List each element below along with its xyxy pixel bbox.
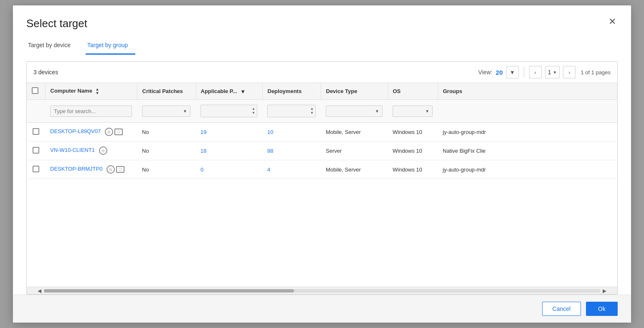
divider: [524, 67, 524, 77]
filter-deployments-spin-arrows[interactable]: ▲ ▼: [310, 107, 314, 115]
row1-device-type: Mobile, Server: [321, 123, 388, 141]
view-dropdown-btn[interactable]: ▼: [506, 66, 519, 78]
row1-checkbox-cell: [27, 123, 45, 141]
th-applicable-patches[interactable]: Applicable P... ▼: [195, 83, 262, 100]
table-toolbar: 3 devices View: 20 ▼ ‹ 1 ▼ › 1 of 1 page…: [27, 62, 617, 83]
scrollbar-track[interactable]: [44, 289, 600, 293]
table-container: 3 devices View: 20 ▼ ‹ 1 ▼ › 1 of 1 page…: [26, 61, 618, 295]
row3-device-type: Mobile, Server: [321, 160, 388, 179]
row1-os: Windows 10: [388, 123, 438, 141]
row1-groups: jy-auto-group-mdr: [438, 123, 617, 141]
data-table: Computer Name ▲ ▼ Critical Patches: [27, 83, 617, 179]
filter-groups: [438, 100, 617, 123]
th-groups: Groups: [438, 83, 617, 100]
row1-monitor-icon: ☐: [114, 129, 123, 135]
row2-circle-icon: ◎: [99, 146, 107, 155]
row3-computer-link[interactable]: DESKTOP-BRMJTP0: [50, 166, 102, 172]
th-os: OS: [388, 83, 438, 100]
row1-critical-patches: No: [137, 123, 195, 141]
filter-deployments[interactable]: ▲ ▼: [262, 100, 321, 123]
row2-device-type: Server: [321, 141, 388, 160]
th-deployments: Deployments: [262, 83, 321, 100]
close-button[interactable]: ✕: [607, 17, 618, 26]
modal-title: Select target: [26, 17, 87, 30]
row3-groups: jy-auto-group-mdr: [438, 160, 617, 179]
tab-group[interactable]: Target by group: [86, 38, 135, 55]
row1-device-icons: ◎ ☐: [105, 128, 123, 136]
th-device-type: Device Type: [321, 83, 388, 100]
search-input[interactable]: [50, 106, 132, 117]
table-scroll-area: Computer Name ▲ ▼ Critical Patches: [27, 83, 617, 287]
modal-overlay: Select target ✕ Target by device Target …: [0, 0, 644, 328]
scroll-right-arrow[interactable]: ▶: [600, 288, 609, 294]
row2-checkbox-cell: [27, 141, 45, 160]
filter-applicable-spin-arrows[interactable]: ▲ ▼: [252, 107, 255, 115]
row2-deployments: 88: [262, 141, 321, 160]
row1-deployments: 10: [262, 123, 321, 141]
row3-deployments: 4: [262, 160, 321, 179]
page-info: 1 of 1 pages: [581, 69, 611, 76]
view-label: View:: [478, 69, 492, 76]
spin-up-dep[interactable]: ▲: [310, 107, 314, 111]
filter-device-type[interactable]: ▼: [321, 100, 388, 123]
spin-up[interactable]: ▲: [252, 107, 255, 111]
prev-page-btn[interactable]: ‹: [529, 66, 542, 78]
view-value: 20: [496, 69, 503, 76]
horizontal-scrollbar[interactable]: ◀ ▶: [27, 287, 617, 294]
row2-checkbox[interactable]: [33, 147, 39, 154]
spin-down-dep[interactable]: ▼: [310, 111, 314, 115]
table-row: DESKTOP-L89QV07 ◎ ☐ No 19: [27, 123, 617, 141]
row2-device-icons: ◎: [99, 146, 107, 155]
filter-os-select-wrap: ▼: [393, 106, 433, 117]
tabs-bar: Target by device Target by group: [13, 30, 631, 55]
row2-computer-name: VN-W10-CLIENT1 ◎: [45, 141, 137, 160]
spin-down[interactable]: ▼: [252, 111, 255, 115]
row3-checkbox-cell: [27, 160, 45, 179]
th-critical-patches: Critical Patches: [137, 83, 195, 100]
filter-devicetype-select[interactable]: [326, 106, 383, 117]
scroll-left-arrow[interactable]: ◀: [35, 288, 44, 294]
row3-critical-patches: No: [137, 160, 195, 179]
device-count: 3 devices: [33, 69, 58, 76]
ok-button[interactable]: Ok: [586, 302, 618, 316]
row3-os: Windows 10: [388, 160, 438, 179]
filter-deployments-spinbox: ▲ ▼: [267, 105, 316, 117]
cancel-button[interactable]: Cancel: [542, 302, 581, 316]
next-page-btn[interactable]: ›: [563, 66, 576, 78]
row3-computer-name: DESKTOP-BRMJTP0 ◎ ☐: [45, 160, 137, 179]
th-computer-name[interactable]: Computer Name ▲ ▼: [45, 83, 137, 100]
tab-device[interactable]: Target by device: [26, 38, 78, 55]
table-filter-row: ▼ ▲ ▼: [27, 100, 617, 123]
row3-checkbox[interactable]: [33, 166, 39, 172]
row2-critical-patches: No: [137, 141, 195, 160]
row1-circle-icon: ◎: [105, 128, 113, 136]
filter-checkbox-cell: [27, 100, 45, 123]
content-area: 3 devices View: 20 ▼ ‹ 1 ▼ › 1 of 1 page…: [13, 55, 631, 295]
filter-applicable-patches[interactable]: ▲ ▼: [195, 100, 262, 123]
modal-footer: Cancel Ok: [13, 295, 631, 323]
row3-monitor-icon: ☐: [116, 166, 124, 173]
modal-header: Select target ✕: [13, 5, 631, 30]
th-checkbox: [27, 83, 45, 100]
table-row: DESKTOP-BRMJTP0 ◎ ☐ No 0: [27, 160, 617, 179]
row2-groups: Native BigFix Clie: [438, 141, 617, 160]
row1-applicable-patches: 19: [195, 123, 262, 141]
scrollbar-thumb[interactable]: [44, 289, 294, 293]
filter-os[interactable]: ▼: [388, 100, 438, 123]
row1-computer-link[interactable]: DESKTOP-L89QV07: [50, 128, 101, 134]
row1-checkbox[interactable]: [33, 128, 39, 135]
row3-applicable-patches: 0: [195, 160, 262, 179]
filter-computer-name[interactable]: [45, 100, 137, 123]
filter-critical-patches[interactable]: ▼: [137, 100, 195, 123]
sort-applicable-icon: ▼: [240, 89, 246, 94]
filter-os-select[interactable]: [393, 106, 433, 117]
page-select[interactable]: 1 ▼: [545, 66, 560, 78]
row2-computer-link[interactable]: VN-W10-CLIENT1: [50, 147, 95, 153]
filter-critical-select[interactable]: [142, 106, 190, 117]
modal: Select target ✕ Target by device Target …: [13, 5, 631, 323]
row2-applicable-patches: 18: [195, 141, 262, 160]
filter-applicable-spinbox: ▲ ▼: [200, 105, 257, 117]
filter-critical-select-wrap: ▼: [142, 106, 190, 117]
header-checkbox[interactable]: [32, 87, 38, 94]
table-body: DESKTOP-L89QV07 ◎ ☐ No 19: [27, 123, 617, 179]
